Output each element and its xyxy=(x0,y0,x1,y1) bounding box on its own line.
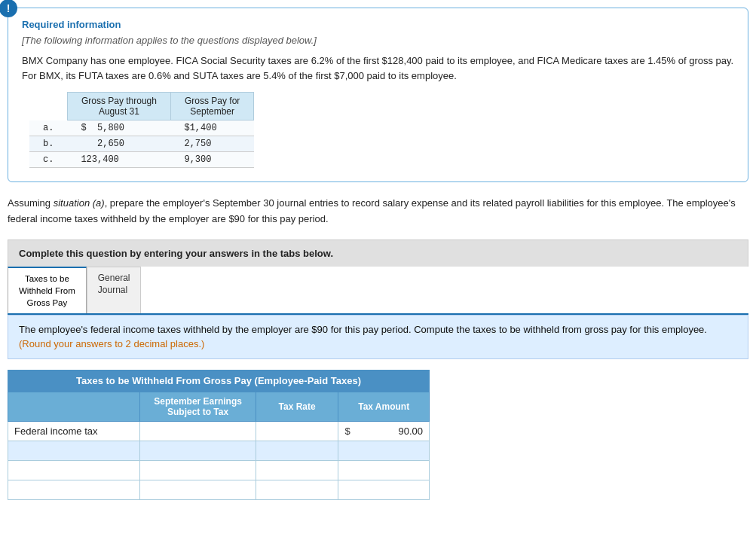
earnings-input-2[interactable] xyxy=(146,445,249,456)
row-amount-4[interactable] xyxy=(338,480,430,499)
amount-input-2[interactable] xyxy=(344,445,423,456)
dollar-sign-federal: $ xyxy=(344,425,350,437)
info-body: BMX Company has one employee. FICA Socia… xyxy=(22,53,734,83)
gp-aug-c: 123,400 xyxy=(67,152,170,168)
row-amount-2[interactable] xyxy=(338,441,430,460)
info-icon: ! xyxy=(0,0,17,17)
th-description xyxy=(8,392,140,421)
rate-federal-input[interactable] xyxy=(262,425,332,437)
info-subtitle: [The following information applies to th… xyxy=(22,35,734,46)
info-title: Required information xyxy=(22,19,734,30)
row-rate-federal[interactable] xyxy=(256,421,338,441)
taxes-header-row: September EarningsSubject to Tax Tax Rat… xyxy=(8,392,430,421)
row-earnings-2[interactable] xyxy=(140,441,256,460)
tab-general-journal[interactable]: GeneralJournal xyxy=(87,267,142,313)
amount-input-4[interactable] xyxy=(344,484,423,496)
row-label-2[interactable] xyxy=(8,441,140,460)
table-row: b. 2,650 2,750 xyxy=(29,136,254,152)
table-row xyxy=(8,460,430,480)
rate-input-3[interactable] xyxy=(262,465,332,476)
row-earnings-federal[interactable] xyxy=(140,421,256,441)
th-amount: Tax Amount xyxy=(338,392,430,421)
gp-header-1: Gross Pay throughAugust 31 xyxy=(67,93,170,120)
tab-info-note: (Round your answers to 2 decimal places.… xyxy=(19,338,204,349)
earnings-input-3[interactable] xyxy=(146,465,249,476)
tab-info: The employee's federal income taxes with… xyxy=(8,315,748,359)
th-earnings: September EarningsSubject to Tax xyxy=(140,392,256,421)
gross-pay-table: Gross Pay throughAugust 31 Gross Pay for… xyxy=(29,92,254,168)
info-box: ! Required information [The following in… xyxy=(8,8,748,182)
complete-bar: Complete this question by entering your … xyxy=(8,239,748,267)
row-label-3[interactable] xyxy=(8,460,140,480)
gp-aug-b: 2,650 xyxy=(67,136,170,152)
amount-input-3[interactable] xyxy=(344,465,423,476)
row-label-c: c. xyxy=(29,152,67,168)
row-amount-3[interactable] xyxy=(338,460,430,480)
table-row: c. 123,400 9,300 xyxy=(29,152,254,168)
row-label-federal: Federal income tax xyxy=(8,421,140,441)
gp-sep-a: $1,400 xyxy=(170,120,253,136)
taxes-table: September EarningsSubject to Tax Tax Rat… xyxy=(8,392,430,500)
gp-sep-b: 2,750 xyxy=(170,136,253,152)
gp-sep-c: 9,300 xyxy=(170,152,253,168)
row-rate-4 xyxy=(256,480,338,499)
row-label-4 xyxy=(8,480,140,499)
row-label-a: a. xyxy=(29,120,67,136)
amount-federal-value: 90.00 xyxy=(398,425,423,437)
row-rate-2[interactable] xyxy=(256,441,338,460)
row-earnings-3[interactable] xyxy=(140,460,256,480)
th-rate: Tax Rate xyxy=(256,392,338,421)
label-input-2[interactable] xyxy=(14,445,133,456)
question-text: Assuming situation (a), prepare the empl… xyxy=(8,196,748,227)
tabs-row: Taxes to beWithheld FromGross Pay Genera… xyxy=(8,267,748,315)
gp-header-2: Gross Pay forSeptember xyxy=(170,93,253,120)
rate-input-2[interactable] xyxy=(262,445,332,456)
earnings-federal-input[interactable] xyxy=(146,425,249,437)
table-row: Federal income tax $ 90.00 xyxy=(8,421,430,441)
row-earnings-4 xyxy=(140,480,256,499)
tab-info-text: The employee's federal income taxes with… xyxy=(19,324,707,335)
tab-taxes-withheld[interactable]: Taxes to beWithheld FromGross Pay xyxy=(8,267,87,313)
row-rate-3[interactable] xyxy=(256,460,338,480)
table-row: a. $ 5,800 $1,400 xyxy=(29,120,254,136)
label-input-3[interactable] xyxy=(14,465,133,476)
table-row xyxy=(8,441,430,460)
taxes-table-title: Taxes to be Withheld From Gross Pay (Emp… xyxy=(8,370,430,392)
row-label-b: b. xyxy=(29,136,67,152)
gp-aug-a: $ 5,800 xyxy=(67,120,170,136)
row-amount-federal: $ 90.00 xyxy=(338,421,430,441)
taxes-section: Taxes to be Withheld From Gross Pay (Emp… xyxy=(8,370,748,500)
table-row xyxy=(8,480,430,499)
